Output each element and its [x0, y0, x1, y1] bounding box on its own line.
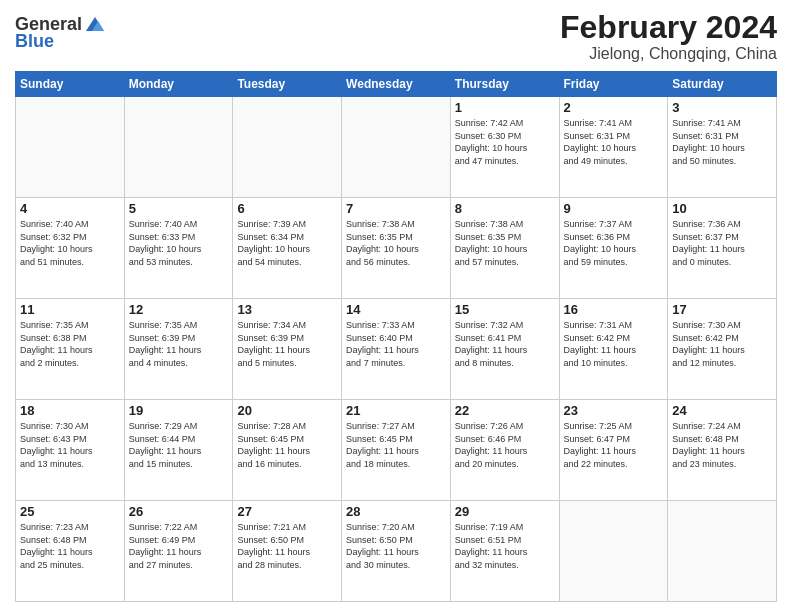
logo: General Blue [15, 14, 106, 52]
day-number: 19 [129, 403, 229, 418]
table-row: 9Sunrise: 7:37 AM Sunset: 6:36 PM Daylig… [559, 198, 668, 299]
day-info: Sunrise: 7:22 AM Sunset: 6:49 PM Dayligh… [129, 521, 229, 571]
day-info: Sunrise: 7:37 AM Sunset: 6:36 PM Dayligh… [564, 218, 664, 268]
table-row [342, 97, 451, 198]
header-tuesday: Tuesday [233, 72, 342, 97]
day-number: 15 [455, 302, 555, 317]
table-row: 6Sunrise: 7:39 AM Sunset: 6:34 PM Daylig… [233, 198, 342, 299]
table-row: 17Sunrise: 7:30 AM Sunset: 6:42 PM Dayli… [668, 299, 777, 400]
table-row: 10Sunrise: 7:36 AM Sunset: 6:37 PM Dayli… [668, 198, 777, 299]
day-info: Sunrise: 7:35 AM Sunset: 6:38 PM Dayligh… [20, 319, 120, 369]
day-number: 7 [346, 201, 446, 216]
day-number: 10 [672, 201, 772, 216]
day-number: 12 [129, 302, 229, 317]
table-row: 24Sunrise: 7:24 AM Sunset: 6:48 PM Dayli… [668, 400, 777, 501]
table-row: 7Sunrise: 7:38 AM Sunset: 6:35 PM Daylig… [342, 198, 451, 299]
day-info: Sunrise: 7:23 AM Sunset: 6:48 PM Dayligh… [20, 521, 120, 571]
day-info: Sunrise: 7:21 AM Sunset: 6:50 PM Dayligh… [237, 521, 337, 571]
calendar-title: February 2024 [560, 10, 777, 45]
day-number: 3 [672, 100, 772, 115]
table-row: 26Sunrise: 7:22 AM Sunset: 6:49 PM Dayli… [124, 501, 233, 602]
table-row: 4Sunrise: 7:40 AM Sunset: 6:32 PM Daylig… [16, 198, 125, 299]
day-info: Sunrise: 7:38 AM Sunset: 6:35 PM Dayligh… [455, 218, 555, 268]
day-info: Sunrise: 7:33 AM Sunset: 6:40 PM Dayligh… [346, 319, 446, 369]
day-info: Sunrise: 7:40 AM Sunset: 6:33 PM Dayligh… [129, 218, 229, 268]
calendar-week-row: 1Sunrise: 7:42 AM Sunset: 6:30 PM Daylig… [16, 97, 777, 198]
table-row: 18Sunrise: 7:30 AM Sunset: 6:43 PM Dayli… [16, 400, 125, 501]
table-row: 15Sunrise: 7:32 AM Sunset: 6:41 PM Dayli… [450, 299, 559, 400]
header-thursday: Thursday [450, 72, 559, 97]
table-row: 22Sunrise: 7:26 AM Sunset: 6:46 PM Dayli… [450, 400, 559, 501]
table-row: 3Sunrise: 7:41 AM Sunset: 6:31 PM Daylig… [668, 97, 777, 198]
day-number: 18 [20, 403, 120, 418]
day-number: 26 [129, 504, 229, 519]
day-number: 29 [455, 504, 555, 519]
day-number: 9 [564, 201, 664, 216]
day-number: 25 [20, 504, 120, 519]
day-info: Sunrise: 7:28 AM Sunset: 6:45 PM Dayligh… [237, 420, 337, 470]
table-row: 20Sunrise: 7:28 AM Sunset: 6:45 PM Dayli… [233, 400, 342, 501]
day-number: 14 [346, 302, 446, 317]
day-info: Sunrise: 7:38 AM Sunset: 6:35 PM Dayligh… [346, 218, 446, 268]
calendar-week-row: 25Sunrise: 7:23 AM Sunset: 6:48 PM Dayli… [16, 501, 777, 602]
table-row: 13Sunrise: 7:34 AM Sunset: 6:39 PM Dayli… [233, 299, 342, 400]
day-number: 13 [237, 302, 337, 317]
day-info: Sunrise: 7:29 AM Sunset: 6:44 PM Dayligh… [129, 420, 229, 470]
title-block: February 2024 Jielong, Chongqing, China [560, 10, 777, 63]
day-number: 2 [564, 100, 664, 115]
day-info: Sunrise: 7:20 AM Sunset: 6:50 PM Dayligh… [346, 521, 446, 571]
table-row: 29Sunrise: 7:19 AM Sunset: 6:51 PM Dayli… [450, 501, 559, 602]
day-number: 11 [20, 302, 120, 317]
day-info: Sunrise: 7:35 AM Sunset: 6:39 PM Dayligh… [129, 319, 229, 369]
day-info: Sunrise: 7:41 AM Sunset: 6:31 PM Dayligh… [672, 117, 772, 167]
calendar-week-row: 11Sunrise: 7:35 AM Sunset: 6:38 PM Dayli… [16, 299, 777, 400]
day-number: 24 [672, 403, 772, 418]
day-number: 5 [129, 201, 229, 216]
day-info: Sunrise: 7:25 AM Sunset: 6:47 PM Dayligh… [564, 420, 664, 470]
table-row: 11Sunrise: 7:35 AM Sunset: 6:38 PM Dayli… [16, 299, 125, 400]
day-number: 27 [237, 504, 337, 519]
day-info: Sunrise: 7:36 AM Sunset: 6:37 PM Dayligh… [672, 218, 772, 268]
logo-icon [84, 15, 106, 33]
header-monday: Monday [124, 72, 233, 97]
table-row: 25Sunrise: 7:23 AM Sunset: 6:48 PM Dayli… [16, 501, 125, 602]
table-row: 19Sunrise: 7:29 AM Sunset: 6:44 PM Dayli… [124, 400, 233, 501]
day-number: 22 [455, 403, 555, 418]
day-number: 20 [237, 403, 337, 418]
table-row: 5Sunrise: 7:40 AM Sunset: 6:33 PM Daylig… [124, 198, 233, 299]
header: General Blue February 2024 Jielong, Chon… [15, 10, 777, 63]
day-info: Sunrise: 7:42 AM Sunset: 6:30 PM Dayligh… [455, 117, 555, 167]
header-wednesday: Wednesday [342, 72, 451, 97]
day-number: 16 [564, 302, 664, 317]
day-info: Sunrise: 7:39 AM Sunset: 6:34 PM Dayligh… [237, 218, 337, 268]
table-row: 2Sunrise: 7:41 AM Sunset: 6:31 PM Daylig… [559, 97, 668, 198]
page: General Blue February 2024 Jielong, Chon… [0, 0, 792, 612]
table-row: 1Sunrise: 7:42 AM Sunset: 6:30 PM Daylig… [450, 97, 559, 198]
weekday-header-row: Sunday Monday Tuesday Wednesday Thursday… [16, 72, 777, 97]
header-sunday: Sunday [16, 72, 125, 97]
table-row [233, 97, 342, 198]
table-row: 8Sunrise: 7:38 AM Sunset: 6:35 PM Daylig… [450, 198, 559, 299]
table-row [16, 97, 125, 198]
table-row: 27Sunrise: 7:21 AM Sunset: 6:50 PM Dayli… [233, 501, 342, 602]
calendar-week-row: 18Sunrise: 7:30 AM Sunset: 6:43 PM Dayli… [16, 400, 777, 501]
day-number: 6 [237, 201, 337, 216]
calendar-table: Sunday Monday Tuesday Wednesday Thursday… [15, 71, 777, 602]
table-row [124, 97, 233, 198]
day-info: Sunrise: 7:30 AM Sunset: 6:42 PM Dayligh… [672, 319, 772, 369]
calendar-subtitle: Jielong, Chongqing, China [560, 45, 777, 63]
day-info: Sunrise: 7:31 AM Sunset: 6:42 PM Dayligh… [564, 319, 664, 369]
table-row [559, 501, 668, 602]
day-number: 17 [672, 302, 772, 317]
day-info: Sunrise: 7:40 AM Sunset: 6:32 PM Dayligh… [20, 218, 120, 268]
table-row [668, 501, 777, 602]
day-info: Sunrise: 7:32 AM Sunset: 6:41 PM Dayligh… [455, 319, 555, 369]
day-info: Sunrise: 7:41 AM Sunset: 6:31 PM Dayligh… [564, 117, 664, 167]
day-info: Sunrise: 7:26 AM Sunset: 6:46 PM Dayligh… [455, 420, 555, 470]
day-number: 21 [346, 403, 446, 418]
day-number: 1 [455, 100, 555, 115]
day-info: Sunrise: 7:30 AM Sunset: 6:43 PM Dayligh… [20, 420, 120, 470]
table-row: 14Sunrise: 7:33 AM Sunset: 6:40 PM Dayli… [342, 299, 451, 400]
table-row: 23Sunrise: 7:25 AM Sunset: 6:47 PM Dayli… [559, 400, 668, 501]
day-number: 4 [20, 201, 120, 216]
